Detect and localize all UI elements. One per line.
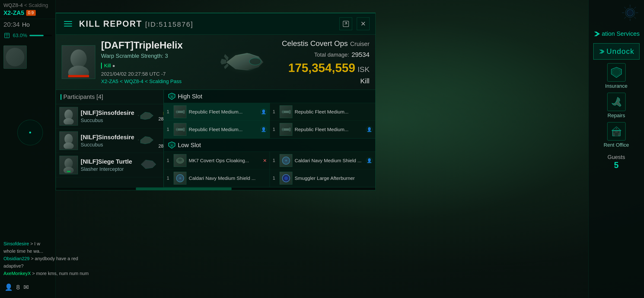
chat-name-4: AxeMonkeyX [4, 271, 31, 276]
low-slot-item-4[interactable]: 1 Smuggler Large Afterburner [270, 169, 375, 187]
participant-info-1: [NILF]Sinsofdesire Succubus [81, 109, 134, 123]
participant-avatar-1 [59, 107, 78, 126]
participant-avatar-2 [59, 131, 78, 150]
svg-text:⚔: ⚔ [170, 95, 174, 98]
low-slot-label: Low Slot [178, 142, 201, 149]
participant-ship-1: Succubus [81, 117, 134, 123]
isk-label: ISK [358, 65, 370, 74]
participant-avatar-3 [59, 156, 78, 174]
participant-info-2: [NILF]Sinsofdesire Succubus [81, 134, 134, 148]
system-name: WQZ8-4 [4, 2, 23, 8]
system-region: < Scalding [24, 2, 48, 8]
victim-face-silhouette [64, 47, 94, 77]
kill-type-final: Kill [282, 77, 370, 85]
modal-header: KILL REPORT [ID:5115876] ✕ [56, 13, 375, 35]
participant-ship-silhouette-1 [137, 109, 156, 122]
chat-message-4: AxeMonkeyX > more kms, num num num [4, 270, 89, 277]
svg-rect-25 [282, 110, 284, 114]
item-name-2: Republic Fleet Medium... [189, 127, 258, 132]
undock-button[interactable]: Undock [593, 43, 640, 60]
participant-face-3 [60, 157, 77, 173]
export-button[interactable] [340, 18, 352, 30]
location-name: X2-ZA5 [4, 9, 24, 17]
total-damage-value: 29534 [352, 51, 370, 59]
modal-title: KILL REPORT [ID:5115876] [79, 19, 335, 29]
svg-point-11 [64, 118, 74, 124]
chevron-right-icon [593, 31, 600, 37]
chat-messages: Sinsofdesire > I w whole time he wa... O… [4, 240, 89, 277]
item-name-shield2: Caldari Navy Medium Shield ... [189, 175, 267, 181]
participant-face-1 [60, 108, 77, 124]
participant-name-2: [NILF]Sinsofdesire [81, 134, 134, 141]
item-icon-shield1: + [280, 154, 292, 167]
station-services-label: ation Services [602, 30, 640, 37]
item-action-4[interactable]: 👤 [366, 126, 372, 133]
damage-val-1: 28313 [158, 116, 164, 121]
cargo-icon [4, 32, 10, 39]
player-avatar-container [0, 43, 56, 71]
guests-label: Guests [607, 154, 625, 160]
item-name-4: Republic Fleet Medium... [295, 127, 364, 132]
item-icon-2 [174, 123, 186, 136]
close-button[interactable]: ✕ [357, 18, 370, 30]
minimap[interactable] [18, 120, 43, 145]
high-slot-item-4[interactable]: 1 Republic Fleet Medium... 👤 [270, 121, 375, 138]
item-action-2[interactable]: 👤 [260, 126, 267, 133]
svg-line-49 [624, 7, 626, 9]
svg-rect-3 [343, 21, 349, 27]
afterburner-icon [281, 173, 292, 184]
item-qty: 1 [167, 109, 171, 114]
scrollbar-thumb[interactable] [136, 187, 232, 190]
svg-rect-22 [177, 110, 178, 114]
svg-rect-28 [177, 127, 178, 132]
participant-ship-img-3 [139, 158, 157, 172]
time-row: 20:34 Ho [0, 19, 56, 30]
ship-type: Cruiser [350, 40, 370, 48]
cargo-pct: 63.0% [13, 33, 27, 39]
low-slot-item-1[interactable]: 1 MK7 Covert Ops Cloaking... ✕ [164, 152, 270, 169]
svg-rect-59 [614, 131, 615, 133]
victim-warp-info: Warp Scramble Strength: 3 [101, 53, 206, 59]
victim-avatar [62, 45, 95, 79]
undock-label: Undock [606, 47, 634, 56]
svg-rect-30 [289, 128, 291, 131]
station-services-nav[interactable]: ation Services [591, 28, 642, 40]
sidebar-content: ation Services Undock Insurance [588, 28, 644, 170]
item-icon-shield2: + [174, 172, 186, 184]
repairs-label: Repairs [608, 113, 625, 119]
repairs-icon [607, 93, 626, 111]
participant-name-1: [NILF]Sinsofdesire [81, 109, 134, 117]
item-name-afterburner: Smuggler Large Afterburner [295, 175, 372, 181]
ship-silhouette [212, 43, 275, 82]
participant-item: [NILF]Siege Turtle Slasher Interceptor [56, 153, 164, 177]
low-slot-item-3[interactable]: 1 + Caldari Navy Medium Shield ... 👤 [270, 152, 375, 169]
repairs-button[interactable]: Repairs [596, 93, 637, 119]
status-text: Ho [22, 21, 30, 28]
svg-rect-24 [289, 110, 291, 114]
low-slot-item-2[interactable]: 1 + Caldari Navy Medium Shield ... [164, 169, 270, 187]
victim-info: [DAFT]TripleHelix Warp Scramble Strength… [101, 40, 206, 85]
gun-icon-4 [281, 124, 292, 135]
high-slot-item-2[interactable]: 1 Republic Fleet Medium... 👤 [164, 121, 270, 138]
item-qty: 1 [167, 158, 171, 163]
hamburger-line-3 [64, 26, 72, 27]
participant-ship-img-2 [137, 134, 156, 148]
svg-point-44 [627, 10, 633, 16]
svg-point-41 [284, 176, 288, 180]
right-sidebar: ation Services Undock Insurance [588, 0, 644, 298]
participant-ship-img-1 [137, 109, 156, 123]
item-name-shield1: Caldari Navy Medium Shield ... [295, 158, 364, 163]
item-action-1[interactable]: 👤 [260, 109, 267, 115]
insurance-button[interactable]: Insurance [596, 63, 637, 89]
rent-office-button[interactable]: Rent Office [596, 122, 637, 148]
blow-type-2: Top Damage [158, 133, 164, 143]
high-slot-item-1[interactable]: 1 Republic Fleet Medium... 👤 [164, 103, 270, 121]
hamburger-menu-button[interactable] [62, 18, 74, 30]
svg-point-35 [178, 159, 182, 161]
minimap-dot [29, 132, 31, 133]
item-action-s1[interactable]: 👤 [366, 157, 372, 164]
item-destroyed-icon: ✕ [263, 158, 267, 163]
horizontal-scrollbar[interactable] [56, 187, 375, 190]
high-slot-item-3[interactable]: 1 Republic Fleet Medium... [270, 103, 375, 121]
player-avatar [4, 46, 27, 69]
